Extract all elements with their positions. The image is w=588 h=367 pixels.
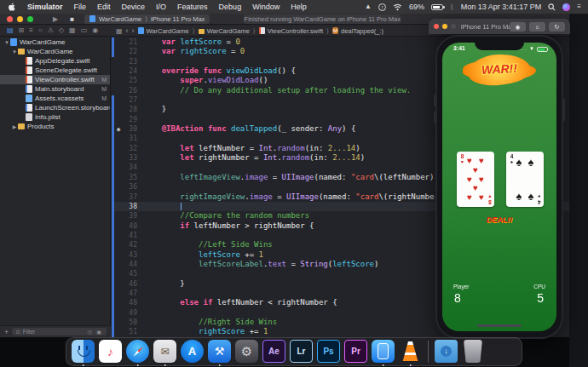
file-row-warcardgame[interactable]: ▼WarCardGame (0, 47, 110, 56)
bluetooth-icon[interactable]: ᛒ (450, 3, 454, 11)
home-indicator[interactable] (477, 324, 522, 327)
zoom-window-button[interactable] (451, 24, 456, 29)
zoom-window-button[interactable] (27, 16, 33, 22)
minimize-window-button[interactable] (17, 16, 23, 22)
dock-item-ps[interactable]: Ps (317, 339, 340, 364)
menu-item-simulator[interactable]: Simulator (27, 3, 63, 11)
downloads-icon[interactable]: ↓ (435, 340, 458, 363)
finder-icon[interactable] (72, 340, 95, 363)
music-icon[interactable]: ♪ (99, 340, 122, 363)
trash-icon[interactable] (464, 340, 482, 363)
file-row-viewcontroller-swift[interactable]: ViewController.swiftM (0, 75, 110, 84)
jump-bar-crumb[interactable]: WarCardGame (199, 27, 250, 35)
dock-item-music[interactable]: ♪ (99, 339, 122, 364)
screenshot-button[interactable]: ◉ (510, 22, 526, 32)
file-row-scenedelegate-swift[interactable]: SceneDelegate.swift (0, 66, 110, 75)
breakpoint-navigator-icon[interactable]: ▭ (81, 27, 88, 34)
file-row-warcardgame[interactable]: ▼WarCardGame (0, 37, 110, 47)
siri-icon[interactable] (562, 3, 570, 11)
dock-item-mail[interactable]: ✉ (153, 339, 176, 364)
simulator-titlebar[interactable]: iPhone 11 Pro Ma... ◉⌂↻ (429, 19, 570, 34)
menu-item-device[interactable]: Device (122, 3, 146, 11)
notification-center-icon[interactable]: ≡ (577, 3, 581, 10)
spotlight-search-icon[interactable] (548, 3, 556, 11)
search-navigator-icon[interactable]: ○ (38, 27, 43, 34)
go-back-button[interactable]: ‹ (126, 26, 129, 35)
close-window-button[interactable] (434, 24, 439, 29)
dock-item-lr[interactable]: Lr (290, 339, 313, 364)
wifi-icon[interactable] (393, 3, 402, 11)
dock-item-vlc[interactable] (399, 339, 422, 364)
ae-icon[interactable]: Ae (262, 340, 285, 363)
debug-navigator-icon[interactable]: ▦ (69, 27, 76, 34)
issue-navigator-icon[interactable]: ⚠ (48, 27, 54, 34)
menu-item-edit[interactable]: Edit (97, 3, 111, 11)
minimize-window-button[interactable] (442, 24, 447, 29)
go-forward-button[interactable]: › (132, 26, 135, 35)
menu-item-help[interactable]: Help (291, 3, 307, 11)
filter-options-icons[interactable]: ◷ ▣ (87, 329, 103, 335)
related-items-icon[interactable]: ▦ (116, 27, 123, 35)
disclosure-triangle[interactable]: ▼ (11, 49, 18, 54)
safari-icon[interactable] (126, 340, 149, 363)
dock-item-simulator[interactable] (372, 339, 395, 364)
vlc-icon[interactable] (399, 340, 422, 363)
disclosure-triangle[interactable]: ▼ (3, 40, 10, 45)
simulator-icon[interactable] (372, 340, 395, 363)
file-row-assets-xcassets[interactable]: Assets.xcassetsM (0, 94, 110, 103)
run-button[interactable]: ▶ (53, 15, 58, 23)
menu-item-debug[interactable]: Debug (219, 3, 242, 11)
mail-icon[interactable]: ✉ (153, 340, 176, 363)
rotate-button[interactable]: ↻ (549, 22, 565, 32)
menu-item-file[interactable]: File (74, 3, 87, 11)
filter-field[interactable]: ⊙ Filter ◷ ▣ (12, 328, 107, 335)
file-row-launchscreen-storyboard[interactable]: LaunchScreen.storyboard (0, 103, 110, 112)
file-row-appdelegate-swift[interactable]: AppDelegate.swift (0, 56, 110, 66)
iphone-screen[interactable]: 3:41 ···· ▼ WAR!! 8♥8♥♥♥♥♥♥♥♥♥ 4♠4♠♠♠♠♠ … (442, 43, 556, 331)
file-row-info-plist[interactable]: Info.plist (0, 112, 110, 122)
dock-item-finder[interactable] (72, 339, 95, 364)
appstore-icon[interactable]: A (181, 340, 204, 363)
source-control-icon[interactable]: ⊞ (19, 27, 25, 34)
dock-item-pr[interactable]: Pr (344, 339, 367, 364)
test-navigator-icon[interactable]: ◇ (59, 27, 64, 34)
lr-icon[interactable]: Lr (290, 340, 313, 363)
ps-icon[interactable]: Ps (317, 340, 340, 363)
report-navigator-icon[interactable]: ◉ (92, 27, 98, 34)
prefs-icon[interactable]: ⚙ (235, 340, 258, 363)
project-navigator-icon[interactable]: ▤ (7, 27, 14, 34)
symbol-navigator-icon[interactable]: ≡ (29, 27, 33, 34)
stop-button[interactable]: ■ (70, 15, 74, 23)
battery-percent[interactable]: 69% (409, 3, 424, 11)
apple-menu-icon[interactable] (9, 3, 16, 11)
dock-item-xcode[interactable]: ⚒ (208, 339, 231, 364)
update-menu-icon[interactable]: ↑ (378, 3, 386, 11)
battery-icon[interactable] (431, 4, 443, 10)
deal-button[interactable]: DEAL!! (442, 215, 556, 224)
window-controls (7, 16, 37, 22)
jump-bar-crumb[interactable]: MdealTapped(_:) (332, 27, 383, 35)
jump-bar[interactable]: ▦ ‹ › WarCardGame⟩WarCardGame⟩ViewContro… (111, 26, 383, 35)
pr-icon[interactable]: Pr (344, 340, 367, 363)
scheme-selector[interactable]: WarCardGame ⟩ iPhone 11 Pro Max (84, 14, 210, 24)
vlc-menu-icon[interactable]: ▲ (365, 3, 372, 10)
menu-clock[interactable]: Mon 13 Apr 3:41:17 PM (461, 3, 542, 11)
menu-item-window[interactable]: Window (252, 3, 280, 11)
dock-item-trash[interactable] (462, 339, 485, 364)
home-button[interactable]: ⌂ (529, 22, 545, 32)
dock-item-prefs[interactable]: ⚙ (235, 339, 258, 364)
dock-item-safari[interactable] (126, 339, 149, 364)
file-row-products[interactable]: ▶Products (0, 122, 110, 131)
file-row-main-storyboard[interactable]: Main.storyboardM (0, 84, 110, 94)
xcode-icon[interactable]: ⚒ (208, 340, 231, 363)
dock-item-appstore[interactable]: A (181, 339, 204, 364)
dock-item-ae[interactable]: Ae (262, 339, 285, 364)
disclosure-triangle[interactable]: ▶ (11, 123, 18, 129)
menu-item-i-o[interactable]: I/O (156, 3, 166, 11)
close-window-button[interactable] (7, 16, 13, 22)
menu-item-features[interactable]: Features (177, 3, 208, 11)
add-file-button[interactable]: + (4, 328, 9, 336)
jump-bar-crumb[interactable]: WarCardGame (138, 27, 189, 35)
jump-bar-crumb[interactable]: ViewController.swift (259, 27, 323, 35)
dock-item-downloads[interactable]: ↓ (435, 339, 458, 364)
